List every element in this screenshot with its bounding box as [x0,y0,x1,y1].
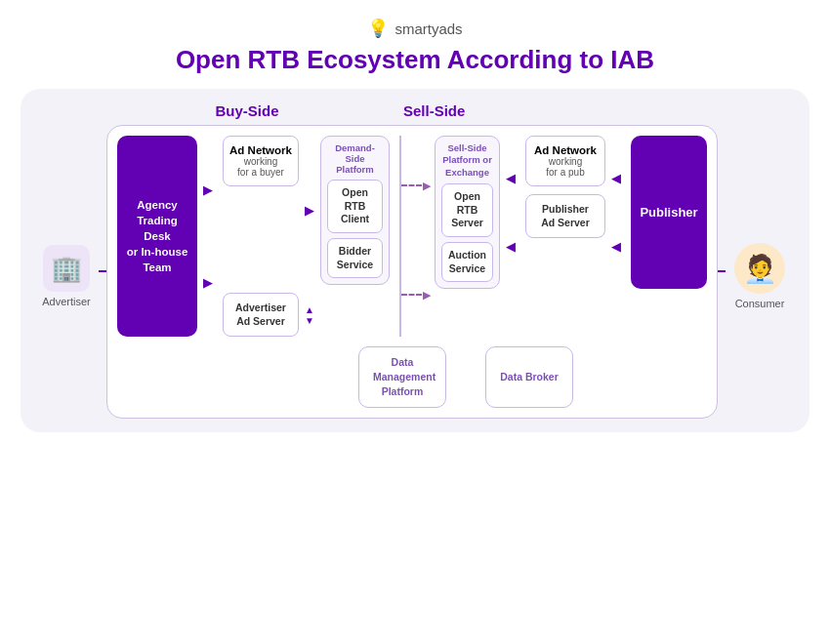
open-rtb-server: Open RTB Server [441,183,493,237]
logo-icon: 💡 [367,18,389,39]
diagram-container: Buy-Side Sell-Side 🏢 Advertiser [21,89,809,432]
ssp-container: Sell-Side Platform or Exchange Open RTB … [435,136,500,289]
publisher-block: Publisher [631,136,707,289]
logo-text: smartyads [394,20,462,37]
buy-side: Agency Trading Desk or In-house Team ▶ ▶ [117,136,401,337]
dsp-label: Demand-Side Platform [327,142,383,175]
sell-side: Sell-Side Platform or Exchange Open RTB … [431,136,707,289]
page: 💡 smartyads Open RTB Ecosystem According… [0,0,830,644]
sell-side-label: Sell-Side [384,102,667,119]
consumer-icon: 🧑‍💼 [734,243,785,294]
main-diagram-box: Agency Trading Desk or In-house Team ▶ ▶ [106,125,718,419]
agency-block: Agency Trading Desk or In-house Team [117,136,197,337]
advertiser-label: Advertiser [42,296,91,307]
consumer-column: 🧑‍💼 Consumer [726,233,794,309]
data-broker-box: Data Broker [485,346,573,407]
ad-network-pub: Ad Network working for a pub [525,136,605,186]
ad-network-buy: Ad Network working for a buyer [223,136,299,186]
bottom-data-row: Data Management Platform Data Broker [127,346,707,417]
middle-connectors: ▶ ▶ [401,136,431,337]
sell-arrows: ◀ ◀ [506,136,519,289]
consumer-arrow-line [718,270,726,272]
advertiser-arrow-line [99,270,106,272]
advertiser-ad-server: Advertiser Ad Server [223,293,299,337]
advertiser-icon: 🏢 [43,245,90,292]
consumer-label: Consumer [735,298,785,309]
open-rtb-client: Open RTB Client [327,180,383,233]
page-title: Open RTB Ecosystem According to IAB [176,45,654,75]
dsp-container: Demand-Side Platform Open RTB Client Bid… [320,136,390,285]
agency-arrows: ▶ ▶ [203,136,217,337]
logo-row: 💡 smartyads [367,18,462,39]
buy-side-label: Buy-Side [110,102,384,119]
advertiser-column: 🏢 Advertiser [34,235,99,307]
dmp-box: Data Management Platform [358,346,446,407]
publisher-ad-server: Publisher Ad Server [525,194,605,238]
ssp-label: Sell-Side Platform or Exchange [441,142,493,179]
bidder-service: Bidder Service [327,238,383,278]
auction-service: Auction Service [441,242,493,282]
pub-arrows: ◀ ◀ [611,136,625,289]
